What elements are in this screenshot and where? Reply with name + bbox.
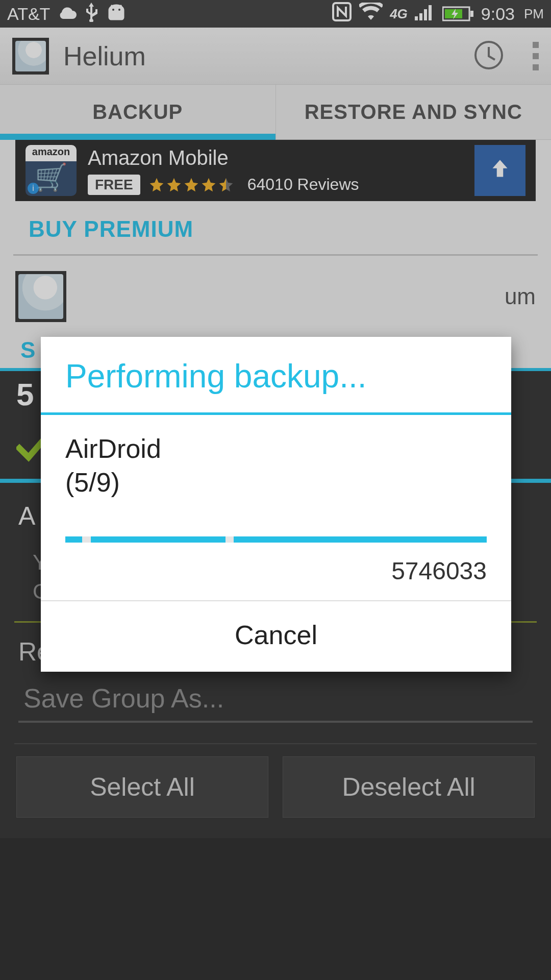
- svg-rect-5: [424, 9, 427, 20]
- device-row[interactable]: um: [0, 256, 551, 337]
- tab-restore-label: RESTORE AND SYNC: [305, 101, 522, 124]
- dialog-current-app: AirDroid: [65, 433, 487, 464]
- overflow-menu-icon[interactable]: [533, 42, 539, 70]
- save-group-input[interactable]: [18, 679, 533, 723]
- ad-download-button[interactable]: [474, 145, 525, 196]
- select-all-button[interactable]: Select All: [16, 756, 268, 818]
- svg-point-0: [112, 9, 114, 11]
- info-icon: i: [28, 183, 39, 194]
- device-text-fragment: um: [505, 284, 536, 309]
- tab-restore[interactable]: RESTORE AND SYNC: [276, 85, 552, 139]
- ad-app-icon: amazon 🛒 i: [26, 145, 77, 196]
- tab-backup[interactable]: BACKUP: [0, 85, 276, 139]
- deselect-all-button[interactable]: Deselect All: [283, 756, 535, 818]
- svg-rect-8: [470, 11, 473, 17]
- dialog-cancel-button[interactable]: Cancel: [41, 601, 511, 672]
- history-icon[interactable]: [473, 40, 504, 72]
- cart-icon: 🛒: [35, 162, 68, 193]
- ad-brand-word: amazon: [32, 146, 70, 158]
- ad-banner[interactable]: amazon 🛒 i Amazon Mobile FREE 64010 Revi…: [15, 140, 536, 201]
- dialog-title: Performing backup...: [41, 337, 511, 415]
- android-debug-icon: [105, 3, 128, 24]
- buy-premium-label: BUY PREMIUM: [29, 216, 193, 241]
- buy-premium-link[interactable]: BUY PREMIUM: [13, 201, 538, 256]
- ad-price-badge: FREE: [88, 175, 140, 195]
- wifi-icon: [359, 3, 383, 25]
- svg-rect-3: [415, 16, 418, 20]
- clock-time: 9:03: [481, 4, 515, 24]
- clock-ampm: PM: [524, 6, 544, 22]
- ad-title: Amazon Mobile: [88, 146, 463, 169]
- svg-rect-6: [429, 5, 432, 20]
- tab-backup-label: BACKUP: [92, 101, 183, 124]
- tab-bar: BACKUP RESTORE AND SYNC: [0, 85, 551, 140]
- backup-pane: amazon 🛒 i Amazon Mobile FREE 64010 Revi…: [0, 140, 551, 368]
- dialog-cancel-label: Cancel: [235, 620, 317, 650]
- 4g-icon: 4G: [390, 6, 408, 22]
- battery-charging-icon: [442, 6, 474, 22]
- screen: AT&T 4G 9:03: [0, 0, 551, 980]
- dialog-progress-count: (5/9): [65, 467, 487, 498]
- app-header: Helium: [0, 28, 551, 85]
- usb-icon: [85, 2, 98, 26]
- svg-rect-4: [419, 13, 422, 20]
- carrier-label: AT&T: [7, 4, 50, 24]
- deselect-all-label: Deselect All: [342, 772, 475, 802]
- nfc-icon: [332, 2, 352, 26]
- app-logo-icon: [12, 38, 49, 75]
- select-all-label: Select All: [90, 772, 195, 802]
- progress-bar: [65, 536, 487, 543]
- svg-point-1: [118, 9, 120, 11]
- ad-reviews: 64010 Reviews: [247, 175, 359, 194]
- backup-progress-dialog: Performing backup... AirDroid (5/9) 5746…: [41, 337, 511, 672]
- device-icon: [15, 271, 66, 322]
- ad-rating-stars: [148, 177, 234, 193]
- app-title: Helium: [63, 41, 459, 71]
- status-bar: AT&T 4G 9:03: [0, 0, 551, 28]
- cloud-icon: [57, 4, 78, 24]
- download-arrow-icon: [487, 158, 513, 183]
- dialog-bytes: 5746033: [41, 548, 511, 600]
- divider: [14, 743, 537, 744]
- signal-icon: [415, 3, 435, 24]
